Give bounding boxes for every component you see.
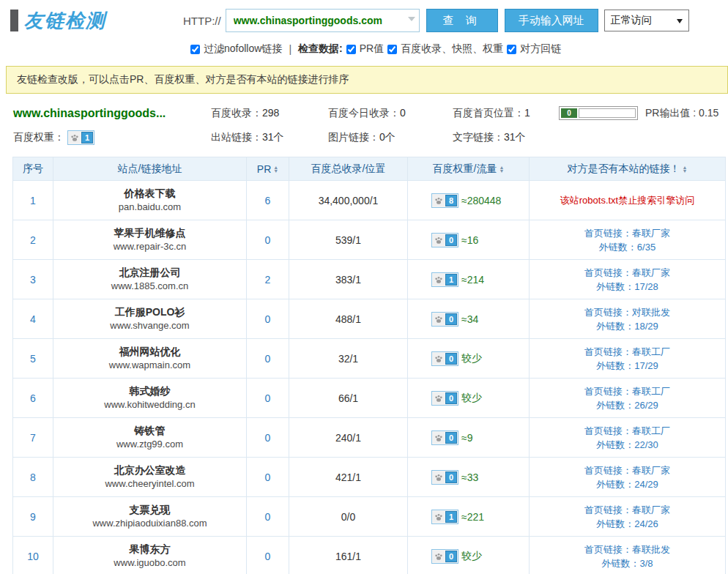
backlink-home-link[interactable]: 首页链接：春联厂家: [530, 463, 725, 477]
site-url[interactable]: www.ztg99.com: [53, 438, 246, 451]
target-domain[interactable]: www.chinasportinggoods...: [13, 107, 211, 120]
weight-value: 0: [445, 234, 457, 246]
weight-cell: 0 较少: [408, 379, 530, 418]
table-row: 1 价格表下载 pan.baidu.com 6 34,400,000/1 8 ≈…: [13, 181, 726, 220]
backlink-home-link[interactable]: 首页链接：春联工厂: [530, 384, 725, 398]
paw-icon: [433, 313, 445, 325]
backlink-home-link[interactable]: 首页链接：春联厂家: [530, 266, 725, 280]
site-url[interactable]: www.kohitwedding.cn: [53, 398, 246, 411]
site-name[interactable]: 韩式婚纱: [53, 384, 246, 398]
url-input[interactable]: [226, 9, 420, 32]
baidu-total-cell: 539/1: [289, 220, 408, 260]
weight-cell: 0 较少: [408, 537, 530, 574]
protocol-label: HTTP://: [183, 15, 221, 27]
site-name[interactable]: 支票兑现: [53, 503, 246, 517]
site-name[interactable]: 北京办公室改造: [53, 463, 246, 477]
header-weight-sort[interactable]: 百度权重/流量: [408, 157, 530, 181]
site-name[interactable]: 果博东方: [53, 543, 246, 556]
weight-cell: 8 ≈280448: [408, 181, 530, 220]
site-url[interactable]: www.shvange.com: [53, 319, 246, 332]
backlink-count[interactable]: 外链数：24/29: [530, 477, 725, 491]
weight-value: 0: [445, 471, 457, 483]
site-name[interactable]: 工作服POLO衫: [53, 305, 246, 319]
pr-option-label: PR值: [360, 42, 384, 56]
baidu-weight-badge: 0: [431, 430, 458, 445]
site-cell[interactable]: 北京办公室改造 www.cheeryintel.com: [53, 458, 247, 497]
baidu-total-cell: 421/1: [289, 458, 408, 497]
baidu-checkbox[interactable]: [387, 45, 397, 54]
paw-icon: [433, 471, 445, 483]
backlink-cell: 首页链接：春联工厂 外链数：17/29: [530, 339, 726, 379]
backlink-home-link[interactable]: 首页链接：春联厂家: [530, 226, 725, 240]
nofollow-checkbox[interactable]: [190, 45, 200, 54]
manual-input-button[interactable]: 手动输入网址: [505, 9, 598, 32]
header-index: 序号: [13, 157, 53, 181]
table-row: 6 韩式婚纱 www.kohitwedding.cn 0 66/1 0 较少 首…: [13, 379, 726, 418]
pr-output-bar: 0: [559, 106, 638, 120]
site-name[interactable]: 价格表下载: [53, 187, 246, 201]
baidu-total-cell: 34,400,000/1: [289, 181, 408, 220]
weight-value: 1: [81, 132, 93, 144]
site-cell[interactable]: 北京注册公司 www.1885.com.cn: [53, 260, 247, 299]
site-cell[interactable]: 果博东方 www.iguobo.com: [53, 537, 247, 574]
divider: |: [289, 43, 291, 55]
site-cell[interactable]: 福州网站优化 www.wapmain.com: [53, 339, 247, 379]
row-index: 9: [13, 497, 53, 537]
backlink-checkbox[interactable]: [507, 45, 516, 54]
backlink-home-link[interactable]: 首页链接：春联工厂: [530, 345, 725, 359]
backlink-home-link[interactable]: 首页链接：对联批发: [530, 305, 725, 319]
site-name[interactable]: 苹果手机维修点: [53, 226, 246, 240]
chevron-down-icon[interactable]: [408, 17, 415, 21]
site-url[interactable]: www.1885.com.cn: [53, 280, 246, 293]
baidu-option-label: 百度收录、快照、权重: [401, 42, 503, 56]
backlink-home-link[interactable]: 首页链接：春联批发: [530, 543, 725, 556]
site-name[interactable]: 北京注册公司: [53, 266, 246, 280]
backlink-cell: 首页链接：春联厂家 外链数：6/35: [530, 220, 726, 260]
baidu-total-cell: 240/1: [289, 418, 408, 458]
backlink-count[interactable]: 外链数：17/28: [530, 280, 725, 294]
filter-row: 过滤nofollow链接 | 检查数据: PR值 百度收录、快照、权重 对方回链: [190, 42, 728, 56]
pr-bar-value: 0: [561, 108, 577, 118]
site-name[interactable]: 铸铁管: [53, 424, 246, 438]
site-url[interactable]: pan.baidu.com: [53, 201, 246, 214]
backlink-cell: 首页链接：春联工厂 外链数：26/29: [530, 379, 726, 418]
header-pr-sort[interactable]: PR: [247, 157, 289, 181]
site-url[interactable]: www.zhipiaoduixian88.com: [53, 517, 246, 530]
site-url[interactable]: www.cheeryintel.com: [53, 477, 246, 491]
table-row: 10 果博东方 www.iguobo.com 0 161/1 0 较少 首页链接…: [13, 537, 726, 574]
header-backlink-sort[interactable]: 对方是否有本站的链接！: [530, 157, 726, 181]
access-mode-value: 正常访问: [611, 14, 652, 27]
site-cell[interactable]: 苹果手机维修点 www.repair-3c.cn: [53, 220, 247, 260]
paw-icon: [433, 511, 445, 523]
query-button[interactable]: 查 询: [426, 9, 498, 32]
backlink-count[interactable]: 外链数：18/29: [530, 319, 725, 333]
site-url[interactable]: www.wapmain.com: [53, 359, 246, 372]
backlink-count[interactable]: 外链数：26/29: [530, 398, 725, 412]
backlink-cell: 首页链接：春联厂家 外链数：24/26: [530, 497, 726, 537]
access-mode-select[interactable]: 正常访问: [604, 10, 689, 31]
backlink-count[interactable]: 外链数：6/35: [530, 240, 725, 254]
site-cell[interactable]: 韩式婚纱 www.kohitwedding.cn: [53, 379, 247, 418]
stat-baidu-index: 百度收录：298: [211, 107, 328, 120]
backlink-cell: 首页链接：对联批发 外链数：18/29: [530, 299, 726, 339]
site-cell[interactable]: 支票兑现 www.zhipiaoduixian88.com: [53, 497, 247, 537]
paw-icon: [433, 234, 445, 246]
backlink-home-link[interactable]: 首页链接：春联工厂: [530, 424, 725, 438]
pr-checkbox[interactable]: [346, 45, 356, 54]
site-url[interactable]: www.iguobo.com: [53, 556, 246, 570]
traffic-estimate: ≈34: [461, 313, 478, 325]
backlink-count[interactable]: 外链数：3/8: [530, 556, 725, 570]
backlink-count[interactable]: 外链数：17/29: [530, 359, 725, 373]
site-cell[interactable]: 工作服POLO衫 www.shvange.com: [53, 299, 247, 339]
site-name[interactable]: 福州网站优化: [53, 345, 246, 359]
backlink-count[interactable]: 外链数：22/30: [530, 438, 725, 452]
site-url[interactable]: www.repair-3c.cn: [53, 240, 246, 253]
weight-value: 0: [445, 432, 457, 444]
paw-icon: [433, 274, 445, 286]
site-cell[interactable]: 价格表下载 pan.baidu.com: [53, 181, 247, 220]
row-index: 1: [13, 181, 53, 220]
backlink-count[interactable]: 外链数：24/26: [530, 517, 725, 531]
backlink-home-link[interactable]: 首页链接：春联厂家: [530, 503, 725, 517]
row-index: 2: [13, 220, 53, 260]
site-cell[interactable]: 铸铁管 www.ztg99.com: [53, 418, 247, 458]
